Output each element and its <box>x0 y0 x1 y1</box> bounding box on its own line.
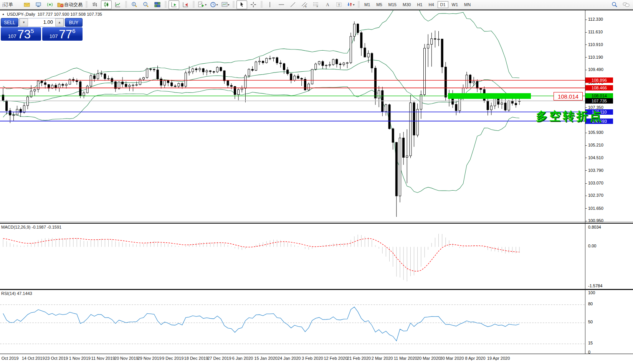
sell-button[interactable]: SELL <box>1 18 18 27</box>
new-order-button[interactable]: 新订单 <box>2 0 21 9</box>
rsi-pane[interactable] <box>0 290 585 354</box>
line-chart-type-icon[interactable] <box>112 0 123 9</box>
price-tick-mark <box>585 196 587 196</box>
rsi-axis-label: 15 <box>588 341 593 345</box>
timeframe-mn[interactable]: MN <box>461 1 473 8</box>
date-label: 6 Jan 2020 <box>232 356 253 361</box>
timeframe-h4[interactable]: H4 <box>426 1 436 8</box>
trendline-tool-icon[interactable] <box>288 0 298 9</box>
date-label: 8 Apr 2020 <box>465 356 485 361</box>
toolbar-group-handle <box>125 1 127 8</box>
chart-shift-icon[interactable] <box>180 0 191 9</box>
auto-scroll-icon[interactable] <box>169 0 179 9</box>
candlestick-chart-type-icon[interactable] <box>101 0 112 9</box>
chart-window: ▲ USDJPY-,Daily 107.727 107.930 107.508 … <box>0 10 633 364</box>
timeframe-w1[interactable]: W1 <box>449 1 461 8</box>
volume-decrease-button[interactable]: ▼ <box>20 18 28 26</box>
turning-point-annotation[interactable]: 多空转折点 <box>536 109 603 124</box>
date-label: 24 Jan 2020 <box>278 356 301 361</box>
fibonacci-tool-icon[interactable]: F <box>311 0 321 9</box>
crosshair-tool-icon[interactable] <box>248 0 259 9</box>
price-tick-mark <box>585 158 587 158</box>
rsi-axis-label: 50 <box>588 320 593 324</box>
date-label: 19 Apr 2020 <box>487 356 510 361</box>
new-order-label: 新订单 <box>3 2 13 8</box>
date-label: 21 Feb 2020 <box>347 356 371 361</box>
macd-axis-label: 0.8034 <box>588 225 601 229</box>
price-tick-mark <box>585 145 587 146</box>
text-label-tool-icon[interactable]: T <box>334 0 344 9</box>
date-axis[interactable]: Oct 201914 Oct 201923 Oct 20191 Nov 2019… <box>0 355 633 364</box>
timeframe-h1[interactable]: H1 <box>414 1 425 8</box>
price-tick-label: 111.610 <box>588 30 603 34</box>
terminal-icon[interactable] <box>33 0 44 9</box>
price-tick-mark <box>585 107 587 108</box>
indicators-icon[interactable]: ▾ <box>197 0 208 9</box>
text-tool-icon[interactable]: A <box>322 0 333 9</box>
zoom-in-icon[interactable] <box>129 0 140 9</box>
timeframe-m1[interactable]: M1 <box>362 1 373 8</box>
tile-windows-icon[interactable] <box>152 0 163 9</box>
autotrade-button[interactable]: 自动交易 <box>56 0 84 9</box>
main-chart[interactable] <box>0 10 585 222</box>
chart-symbol: USDJPY-,Daily <box>7 12 35 16</box>
timeframe-m30[interactable]: M30 <box>400 1 413 8</box>
date-label: 20 Nov 2019 <box>114 356 138 361</box>
channel-tool-icon[interactable]: E <box>299 0 310 9</box>
date-label: 9 Dec 2019 <box>162 356 183 361</box>
autotrade-label: 自动交易 <box>64 2 83 8</box>
macd-axis-label: 0.00 <box>588 244 596 248</box>
zoom-out-icon[interactable] <box>140 0 151 9</box>
price-annotation-box[interactable]: 108.014 <box>554 92 583 100</box>
price-tick-mark <box>585 44 587 45</box>
templates-icon[interactable]: ▾ <box>220 0 231 9</box>
vertical-line-tool-icon[interactable] <box>264 0 275 9</box>
price-tick-label: 103.070 <box>588 181 603 185</box>
chart-title: ▲ USDJPY-,Daily 107.727 107.930 107.508 … <box>2 12 102 16</box>
sell-price-big: 73 <box>17 29 30 40</box>
price-tick-label: 112.330 <box>588 17 603 21</box>
timeframe-m15[interactable]: M15 <box>386 1 399 8</box>
cursor-tool-icon[interactable] <box>236 0 247 9</box>
price-tick-mark <box>585 57 587 58</box>
volume-increase-button[interactable]: ▲ <box>55 18 64 26</box>
buy-price[interactable]: 107 77 6 <box>42 27 83 41</box>
horizontal-line-tool-icon[interactable] <box>276 0 287 9</box>
price-tick-mark <box>585 20 587 20</box>
buy-price-head: 107 <box>50 33 58 40</box>
arrows-tool-icon[interactable]: ▾ <box>345 0 356 9</box>
date-label: 18 Dec 2019 <box>184 356 208 361</box>
price-badge: 108.466 <box>585 85 613 91</box>
date-label: 12 Feb 2020 <box>324 356 348 361</box>
price-tick-mark <box>585 70 587 70</box>
rsi-axis-label: 100 <box>588 290 595 295</box>
bar-chart-type-icon[interactable] <box>89 0 100 9</box>
periods-icon[interactable]: ▾ <box>208 0 219 9</box>
date-label: 1 Nov 2019 <box>69 356 91 361</box>
sell-price-sup: 5 <box>31 28 34 34</box>
price-axis[interactable]: 112.330111.610110.910110.190109.490108.7… <box>585 10 633 354</box>
chat-icon[interactable] <box>621 0 631 9</box>
price-badge: 108.896 <box>585 77 613 83</box>
date-label: 30 Mar 2020 <box>440 356 464 361</box>
toolbar-group-handle <box>86 1 88 8</box>
toolbar-group-handle <box>193 1 195 8</box>
buy-button[interactable]: BUY <box>65 18 83 27</box>
search-icon[interactable] <box>609 0 620 9</box>
signal-icon[interactable] <box>45 0 55 9</box>
sell-price[interactable]: 107 73 5 <box>1 27 41 41</box>
timeframe-d1[interactable]: D1 <box>438 1 448 8</box>
volume-value[interactable]: 1.00 <box>28 18 55 26</box>
macd-pane[interactable] <box>0 224 585 289</box>
date-label: 11 Mar 2020 <box>394 356 417 361</box>
price-tick-mark <box>585 170 587 171</box>
macd-label: MACD(12,26,9) -0.1987 -0.1591 <box>1 225 61 229</box>
timeframe-m5[interactable]: M5 <box>374 1 385 8</box>
date-label: 14 Oct 2019 <box>22 356 45 361</box>
toolbar-group-handle <box>233 1 235 8</box>
buy-price-big: 77 <box>59 29 72 40</box>
date-label: 29 Nov 2019 <box>137 356 161 361</box>
date-label: 15 Jan 2020 <box>254 356 278 361</box>
price-tick-mark <box>585 208 587 209</box>
mail-icon[interactable] <box>21 0 32 9</box>
